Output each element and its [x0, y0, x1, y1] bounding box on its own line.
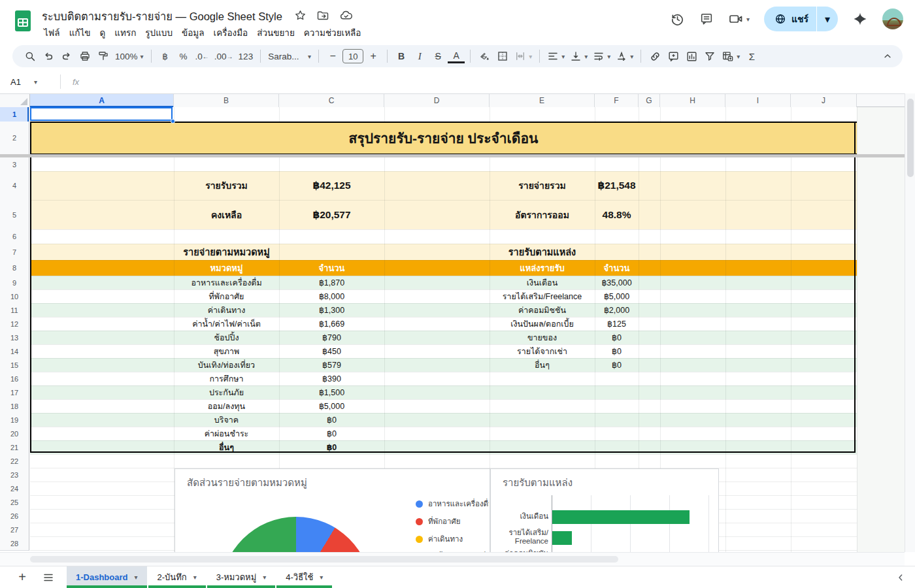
menu-item-3[interactable]: แทรก	[110, 24, 141, 42]
paint-format-icon[interactable]	[95, 48, 112, 65]
row-header-18[interactable]: 18	[0, 399, 29, 414]
expense-amount-cell[interactable]: ฿390	[279, 372, 384, 385]
expense-amount-cell[interactable]: ฿790	[279, 331, 384, 344]
expense-amount-cell[interactable]: ฿0	[279, 427, 384, 440]
column-header-G[interactable]: G	[639, 94, 660, 107]
menu-item-1[interactable]: แก้ไข	[65, 24, 95, 42]
banded-row[interactable]	[30, 331, 857, 344]
menu-item-8[interactable]: ความช่วยเหลือ	[299, 24, 366, 42]
menu-item-7[interactable]: ส่วนขยาย	[252, 24, 299, 42]
income-amount-cell[interactable]: ฿125	[595, 317, 639, 331]
summary-label[interactable]: รายรับรวม	[174, 171, 279, 200]
table-header-cell[interactable]: แหล่งรายรับ	[490, 260, 595, 276]
redo-icon[interactable]	[58, 48, 75, 65]
functions-button[interactable]: Σ	[743, 48, 760, 65]
horizontal-scrollbar-thumb[interactable]	[30, 556, 618, 563]
text-wrap-icon[interactable]: ▾	[591, 48, 612, 65]
fill-color-icon[interactable]	[476, 48, 493, 65]
format-currency-button[interactable]: ฿	[157, 48, 174, 65]
expense-amount-cell[interactable]: ฿1,870	[279, 276, 384, 289]
income-source-cell[interactable]: อื่นๆ	[490, 358, 595, 372]
column-header-B[interactable]: B	[174, 94, 279, 107]
cloud-status-icon[interactable]	[339, 8, 353, 22]
row-header-21[interactable]: 21	[0, 440, 29, 455]
selected-cell-A1[interactable]	[30, 107, 173, 121]
tab-caret-icon[interactable]: ▾	[320, 574, 323, 581]
income-bar-chart-card[interactable]: รายรับตามแหล่งเงินเดือนรายได้เสริม/Freel…	[490, 468, 719, 552]
name-box-caret-icon[interactable]: ▾	[34, 78, 37, 86]
banded-row[interactable]	[30, 303, 857, 317]
income-amount-cell[interactable]: ฿0	[595, 331, 639, 344]
vertical-scrollbar-thumb[interactable]	[907, 99, 914, 177]
undo-icon[interactable]	[40, 48, 57, 65]
bold-button[interactable]: B	[393, 48, 410, 65]
text-color-button[interactable]: A	[448, 49, 465, 63]
income-section-title[interactable]: รายรับตามแหล่ง	[490, 244, 595, 260]
income-source-cell[interactable]: รายได้จากเช่า	[490, 344, 595, 358]
row-header-10[interactable]: 10	[0, 289, 29, 304]
meet-caret-icon[interactable]: ▾	[746, 16, 750, 23]
row-header-28[interactable]: 28	[0, 536, 29, 551]
banded-row[interactable]	[30, 440, 857, 454]
row-header-22[interactable]: 22	[0, 454, 29, 468]
income-source-cell[interactable]: เงินปันผล/ดอกเบี้ย	[490, 317, 595, 331]
all-sheets-menu-icon[interactable]	[35, 566, 61, 588]
expense-category-cell[interactable]: การศึกษา	[174, 372, 279, 385]
summary-label[interactable]: คงเหลือ	[174, 200, 279, 229]
menu-item-5[interactable]: ข้อมูล	[177, 24, 209, 42]
bar-0[interactable]	[552, 510, 690, 524]
summary-value[interactable]: ฿42,125	[279, 171, 384, 200]
number-format-button[interactable]: 123	[237, 48, 256, 65]
expense-category-cell[interactable]: อื่นๆ	[174, 440, 279, 454]
share-caret-button[interactable]: ▾	[817, 7, 838, 31]
row-header-6[interactable]: 6	[0, 229, 29, 244]
sheet-tab-4[interactable]: 4-วิธีใช้▾	[276, 566, 332, 588]
font-size-input[interactable]: 10	[342, 49, 363, 63]
horizontal-align-icon[interactable]: ▾	[545, 48, 567, 65]
expense-category-cell[interactable]: ค่าผ่อนชำระ	[174, 427, 279, 440]
row-header-20[interactable]: 20	[0, 427, 29, 441]
share-button[interactable]: แชร์ ▾	[764, 7, 838, 31]
expense-category-cell[interactable]: บริจาค	[174, 413, 279, 427]
menu-item-6[interactable]: เครื่องมือ	[209, 24, 253, 42]
tab-caret-icon[interactable]: ▾	[263, 574, 266, 581]
income-source-cell[interactable]: ขายของ	[490, 331, 595, 344]
meet-video-icon[interactable]: ▾	[728, 11, 750, 27]
income-amount-cell[interactable]: ฿2,000	[595, 303, 639, 317]
tab-caret-icon[interactable]: ▾	[193, 574, 197, 581]
table-views-icon[interactable]: ▾	[720, 48, 742, 65]
borders-icon[interactable]	[494, 48, 511, 65]
column-header-I[interactable]: I	[725, 94, 791, 107]
expense-amount-cell[interactable]: ฿1,500	[279, 385, 384, 399]
income-source-cell[interactable]: เงินเดือน	[490, 276, 595, 289]
row-header-15[interactable]: 15	[0, 358, 29, 372]
income-source-cell[interactable]: ค่าคอมมิชชัน	[490, 303, 595, 317]
column-header-J[interactable]: J	[791, 94, 857, 107]
name-box[interactable]: A1 ▾	[0, 77, 56, 87]
increase-font-size-button[interactable]: +	[365, 48, 382, 65]
star-icon[interactable]	[294, 9, 307, 22]
tab-caret-icon[interactable]: ▾	[134, 574, 137, 581]
row-header-19[interactable]: 19	[0, 413, 29, 427]
expense-amount-cell[interactable]: ฿579	[279, 358, 384, 372]
income-amount-cell[interactable]: ฿5,000	[595, 289, 639, 303]
row-header-7[interactable]: 7	[0, 244, 29, 261]
insert-comment-icon[interactable]	[665, 48, 682, 65]
expense-pie-chart-card[interactable]: สัดส่วนรายจ่ายตามหมวดหมู่อาหารและเครื่อง…	[175, 468, 490, 552]
gemini-sparkle-icon[interactable]	[852, 11, 868, 27]
insert-chart-icon[interactable]	[683, 48, 700, 65]
formula-input[interactable]	[79, 70, 915, 93]
column-header-C[interactable]: C	[279, 94, 384, 107]
row-header-5[interactable]: 5	[0, 200, 29, 230]
fill-handle[interactable]	[171, 119, 175, 123]
expense-category-cell[interactable]: บันเทิง/ท่องเที่ยว	[174, 358, 279, 372]
move-folder-icon[interactable]	[316, 9, 329, 22]
insert-link-icon[interactable]	[646, 48, 663, 65]
table-header-band[interactable]	[30, 260, 857, 276]
merge-cells-icon[interactable]: ▾	[512, 48, 534, 65]
expense-category-cell[interactable]: ที่พักอาศัย	[174, 289, 279, 303]
income-amount-cell[interactable]: ฿0	[595, 344, 639, 358]
sheet-tab-2[interactable]: 2-บันทึก▾	[148, 566, 206, 588]
income-source-cell[interactable]: รายได้เสริม/Freelance	[490, 289, 595, 303]
scroll-tabs-left-icon[interactable]	[895, 566, 915, 588]
